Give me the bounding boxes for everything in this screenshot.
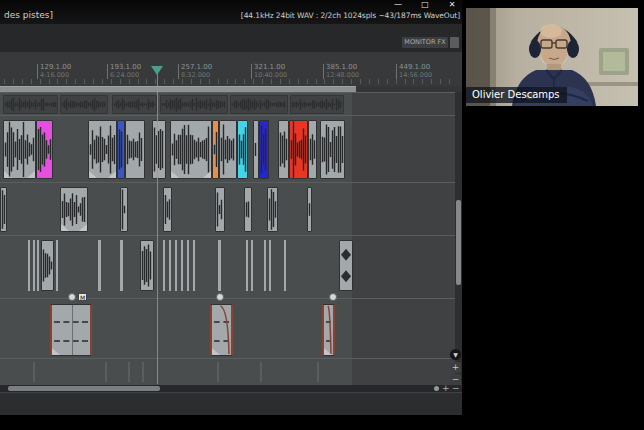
timeline-ruler[interactable]: 129.1.004:16.000193.1.006:24.000257.1.00… (0, 52, 462, 86)
audio-item[interactable] (0, 187, 7, 232)
audio-item[interactable] (244, 187, 252, 232)
item-tick[interactable] (217, 362, 219, 382)
audio-item[interactable] (125, 120, 145, 179)
audio-item[interactable] (259, 120, 269, 179)
audio-item[interactable] (112, 95, 157, 114)
audio-item[interactable] (278, 120, 289, 179)
item-tick[interactable] (37, 240, 39, 291)
track-lane (0, 235, 462, 299)
edit-cursor-marker[interactable] (151, 66, 163, 75)
headphone-earcup-left (529, 40, 541, 58)
minimize-button[interactable]: — (391, 0, 405, 10)
audio-item[interactable] (3, 120, 36, 179)
item-loop-badge-icon[interactable] (216, 293, 224, 301)
headphone-earcup-right (567, 40, 579, 58)
track-lane (0, 115, 462, 183)
item-tick[interactable] (28, 240, 30, 291)
close-button[interactable]: ✕ (445, 0, 459, 10)
audio-item[interactable] (219, 120, 237, 179)
window-title: des pistes] (4, 10, 53, 20)
audio-item[interactable] (320, 120, 345, 179)
audio-item[interactable] (289, 120, 308, 179)
item-tick[interactable] (284, 240, 286, 291)
envelope-item[interactable] (50, 304, 92, 356)
audio-item[interactable] (212, 120, 219, 179)
transport-bar: [Arrêté] Sélection: 1.1.00 413.2.55 412.… (0, 392, 462, 415)
item-mute-badge[interactable]: M (78, 293, 87, 301)
item-loop-badge-icon[interactable] (68, 293, 76, 301)
midi-item[interactable] (339, 240, 353, 291)
audio-item[interactable] (237, 120, 248, 179)
item-tick[interactable] (169, 240, 171, 291)
item-tick[interactable] (193, 240, 195, 291)
toolbar (0, 24, 462, 52)
arrange-area[interactable]: M M FX (0, 92, 462, 385)
item-tick[interactable] (260, 362, 262, 382)
track-lane (0, 298, 462, 359)
item-tick[interactable] (218, 240, 221, 291)
audio-item[interactable] (290, 95, 344, 114)
audio-item[interactable] (41, 240, 54, 291)
horizontal-scrollbar-thumb[interactable] (8, 386, 160, 391)
item-tick[interactable] (120, 240, 123, 291)
item-tick[interactable] (163, 240, 165, 291)
audio-item[interactable] (170, 120, 212, 179)
item-tick[interactable] (246, 240, 248, 291)
vertical-zoom-in-button[interactable]: + (450, 362, 461, 373)
item-loop-badge-icon[interactable] (329, 293, 337, 301)
item-tick[interactable] (105, 362, 107, 382)
ruler-mark: 129.1.004:16.000 (37, 64, 71, 79)
title-bar: des pistes] [44.1kHz 24bit WAV : 2/2ch 1… (0, 0, 462, 24)
item-tick[interactable] (317, 362, 319, 382)
background-shelf (584, 82, 638, 86)
envelope-item[interactable] (322, 304, 335, 356)
item-tick[interactable] (98, 240, 101, 291)
item-tick[interactable] (33, 362, 35, 382)
track-lane (0, 182, 462, 236)
audio-item[interactable] (60, 95, 108, 114)
video-call-screen: des pistes] [44.1kHz 24bit WAV : 2/2ch 1… (0, 0, 644, 430)
audio-item[interactable] (307, 187, 312, 232)
hzoom-reset-dot[interactable] (434, 386, 439, 391)
audio-item[interactable] (230, 95, 288, 114)
item-tick[interactable] (264, 240, 266, 291)
item-tick[interactable] (128, 362, 130, 382)
vertical-scrollbar-thumb[interactable] (456, 200, 461, 285)
envelope-item[interactable] (210, 304, 233, 356)
audio-item[interactable] (160, 95, 228, 114)
ruler-mark: 193.1.006:24.000 (107, 64, 141, 79)
item-tick[interactable] (251, 240, 253, 291)
maximize-button[interactable]: □ (418, 0, 432, 10)
ruler-mark: 257.1.008:32.000 (178, 64, 212, 79)
audio-item[interactable] (152, 120, 166, 179)
ruler-mark: 449.1.0014:56.000 (396, 64, 432, 79)
ruler-mark: 385.1.0012:48.000 (323, 64, 359, 79)
audio-item[interactable] (36, 120, 53, 179)
audio-item[interactable] (3, 95, 58, 114)
audio-item[interactable] (140, 240, 154, 291)
monitor-fx-toggle[interactable] (450, 37, 459, 48)
audio-item[interactable] (117, 120, 125, 179)
daw-window: des pistes] [44.1kHz 24bit WAV : 2/2ch 1… (0, 0, 462, 415)
audio-item[interactable] (308, 120, 317, 179)
item-tick[interactable] (269, 240, 271, 291)
monitor-fx-button[interactable]: MONITOR FX (402, 37, 448, 48)
item-tick[interactable] (33, 240, 35, 291)
item-tick[interactable] (56, 240, 58, 291)
edit-cursor-line (157, 66, 158, 384)
audio-item[interactable] (120, 187, 128, 232)
item-tick[interactable] (142, 362, 144, 382)
webcam-tile: Olivier Descamps (466, 8, 638, 106)
ruler-mark: 321.1.0010:40.000 (251, 64, 287, 79)
audio-item[interactable] (60, 187, 88, 232)
audio-item[interactable] (267, 187, 278, 232)
audio-item[interactable] (215, 187, 225, 232)
item-tick[interactable] (181, 240, 183, 291)
audio-item[interactable] (88, 120, 117, 179)
track-lane (0, 92, 462, 116)
audio-item[interactable] (163, 187, 172, 232)
item-tick[interactable] (187, 240, 189, 291)
participant-name-tag: Olivier Descamps (466, 87, 567, 103)
track-dropdown-button[interactable]: ▼ (450, 349, 461, 360)
item-tick[interactable] (175, 240, 177, 291)
